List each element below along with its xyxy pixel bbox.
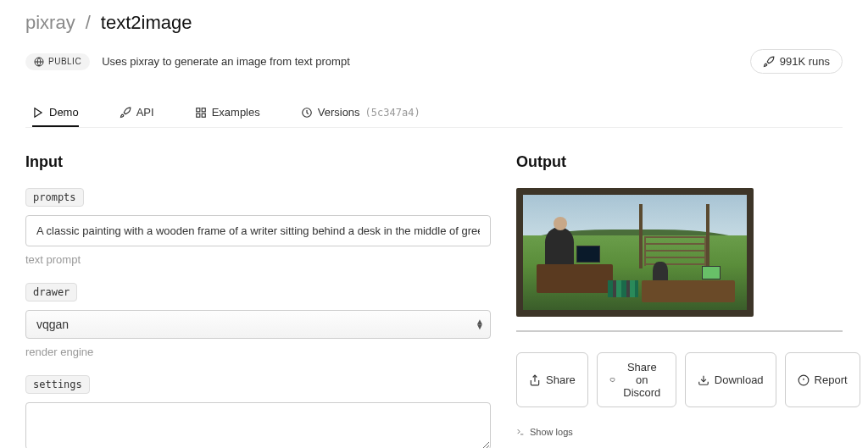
runs-count: 991K runs bbox=[750, 49, 843, 74]
grid-icon bbox=[195, 107, 207, 119]
svg-rect-5 bbox=[202, 113, 205, 117]
history-icon bbox=[301, 107, 313, 119]
tabs: Demo API Examples Versions (5c347a4) bbox=[25, 99, 843, 128]
rocket-icon bbox=[120, 107, 131, 119]
prompts-input[interactable] bbox=[25, 215, 491, 246]
tab-api[interactable]: API bbox=[120, 99, 154, 127]
drawer-help: render engine bbox=[25, 346, 491, 358]
output-title: Output bbox=[516, 153, 843, 171]
svg-marker-1 bbox=[35, 108, 42, 117]
breadcrumb-model[interactable]: text2image bbox=[101, 12, 192, 34]
breadcrumb-separator: / bbox=[86, 12, 91, 34]
public-badge: PUBLIC bbox=[25, 53, 90, 70]
drawer-select[interactable]: vqgan bbox=[25, 310, 491, 339]
download-icon bbox=[698, 374, 709, 386]
share-button[interactable]: Share bbox=[516, 352, 588, 407]
param-label-drawer: drawer bbox=[25, 283, 77, 301]
rocket-icon bbox=[763, 56, 775, 68]
version-hash: (5c347a4) bbox=[365, 107, 420, 119]
input-column: Input prompts text prompt drawer vqgan ▲… bbox=[25, 153, 491, 448]
settings-textarea[interactable] bbox=[25, 402, 491, 448]
report-button[interactable]: Report bbox=[785, 352, 860, 407]
sub-header: PUBLIC Uses pixray to generate an image … bbox=[25, 49, 843, 74]
prompts-help: text prompt bbox=[25, 253, 491, 266]
output-divider bbox=[516, 330, 843, 332]
svg-rect-4 bbox=[196, 113, 199, 117]
output-image[interactable] bbox=[516, 188, 754, 317]
globe-icon bbox=[34, 57, 44, 67]
svg-rect-2 bbox=[196, 108, 199, 111]
share-icon bbox=[529, 374, 541, 386]
input-title: Input bbox=[25, 153, 491, 171]
action-buttons: Share Share on Discord Download bbox=[516, 352, 843, 407]
param-label-settings: settings bbox=[25, 375, 90, 394]
download-button[interactable]: Download bbox=[685, 352, 776, 407]
output-column: Output Share bbox=[516, 153, 843, 448]
share-discord-button[interactable]: Share on Discord bbox=[597, 352, 676, 407]
play-icon bbox=[32, 107, 44, 119]
svg-rect-3 bbox=[202, 108, 205, 111]
tab-versions[interactable]: Versions (5c347a4) bbox=[301, 99, 420, 127]
breadcrumb: pixray / text2image bbox=[25, 12, 843, 34]
alert-icon bbox=[798, 374, 810, 386]
tab-demo[interactable]: Demo bbox=[32, 99, 79, 127]
param-label-prompts: prompts bbox=[25, 188, 84, 207]
model-description: Uses pixray to generate an image from te… bbox=[102, 55, 350, 68]
tab-examples[interactable]: Examples bbox=[195, 99, 260, 127]
show-logs-toggle[interactable]: Show logs bbox=[516, 427, 573, 437]
discord-icon bbox=[609, 374, 615, 386]
breadcrumb-owner[interactable]: pixray bbox=[25, 12, 75, 34]
terminal-icon bbox=[516, 428, 525, 436]
